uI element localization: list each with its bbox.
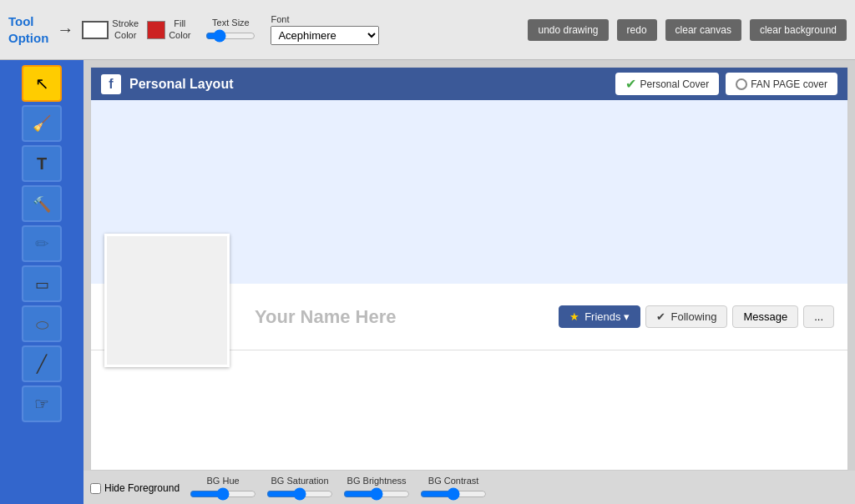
clear-background-button[interactable]: clear background — [750, 19, 847, 41]
fanpage-cover-label: FAN PAGE cover — [751, 78, 827, 90]
ellipse-tool-button[interactable] — [22, 305, 62, 342]
bg-hue-label: BG Hue — [206, 476, 239, 486]
fill-color-group: FillColor — [147, 18, 190, 40]
tool-option-arrow: → — [57, 20, 73, 39]
stroke-color-group: StrokeColor — [82, 18, 139, 40]
clear-canvas-button[interactable]: clear canvas — [665, 19, 741, 41]
profile-actions: ★ Friends ▾ ✔ Following Message ... — [559, 305, 834, 328]
cursor-icon — [35, 73, 49, 94]
pencil-icon — [35, 233, 49, 255]
friends-dropdown-icon: ▾ — [624, 310, 630, 323]
content-area: f Personal Layout ✔ Personal Cover FAN P… — [83, 60, 855, 504]
stroke-color-box[interactable] — [82, 21, 109, 39]
text-size-group: Text Size — [205, 18, 255, 43]
profile-photo-box — [104, 234, 230, 367]
hand-icon — [34, 393, 49, 415]
more-options-button[interactable]: ... — [803, 305, 834, 328]
profile-name-placeholder: Your Name Here — [255, 306, 397, 328]
hide-foreground-checkbox[interactable] — [90, 483, 101, 494]
personal-cover-check-icon: ✔ — [625, 76, 636, 92]
facebook-layout-panel: f Personal Layout ✔ Personal Cover FAN P… — [90, 67, 848, 471]
eraser-icon: 🧹 — [33, 114, 51, 133]
bg-hue-slider[interactable] — [190, 487, 256, 501]
eraser-tool-button[interactable]: 🧹 — [22, 105, 62, 142]
fanpage-radio-icon — [736, 78, 747, 90]
stroke-color-label: StrokeColor — [112, 18, 139, 40]
hand-tool-button[interactable] — [22, 386, 62, 422]
text-tool-button[interactable] — [22, 145, 62, 182]
rectangle-icon — [35, 273, 49, 295]
main-layout: 🧹 f — [0, 60, 855, 504]
bg-brightness-label: BG Brightness — [347, 476, 407, 486]
bg-brightness-slider[interactable] — [343, 487, 410, 501]
rectangle-tool-button[interactable] — [22, 265, 62, 302]
facebook-logo: f — [101, 74, 121, 94]
facebook-header: f Personal Layout ✔ Personal Cover FAN P… — [91, 68, 847, 100]
bg-contrast-group: BG Contrast — [420, 476, 487, 501]
text-icon — [37, 153, 47, 174]
star-icon: ★ — [569, 310, 579, 323]
fill-color-box[interactable] — [147, 21, 165, 39]
message-button[interactable]: Message — [732, 305, 798, 328]
facebook-profile-area: Your Name Here ★ Friends ▾ ✔ Following M… — [91, 284, 847, 350]
fill-color-label: FillColor — [169, 18, 190, 40]
font-label: Font — [271, 14, 289, 24]
undo-drawing-button[interactable]: undo drawing — [528, 19, 608, 41]
bg-contrast-label: BG Contrast — [428, 476, 479, 486]
bg-saturation-label: BG Saturation — [271, 476, 329, 486]
personal-cover-tab[interactable]: ✔ Personal Cover — [615, 73, 719, 95]
toolbar: Tool Option → StrokeColor FillColor Text… — [0, 0, 855, 60]
bg-saturation-group: BG Saturation — [266, 476, 333, 501]
bg-hue-group: BG Hue — [190, 476, 256, 501]
tool-option-label: Tool Option — [8, 13, 48, 45]
hide-foreground-label[interactable]: Hide Foreground — [90, 482, 180, 494]
text-size-label: Text Size — [212, 18, 250, 28]
bg-contrast-slider[interactable] — [420, 487, 487, 501]
bg-saturation-slider[interactable] — [266, 487, 333, 501]
text-size-slider[interactable] — [205, 29, 255, 43]
ellipse-icon — [36, 313, 48, 335]
cursor-tool-button[interactable] — [22, 65, 62, 102]
font-select[interactable]: Acephimere Arial Verdana — [271, 26, 379, 45]
line-icon — [37, 353, 47, 375]
bottom-controls: Hide Foreground BG Hue BG Saturation BG … — [83, 471, 855, 504]
fanpage-cover-tab[interactable]: FAN PAGE cover — [726, 73, 837, 95]
sidebar: 🧹 — [0, 60, 83, 504]
following-button[interactable]: ✔ Following — [645, 305, 727, 328]
bg-brightness-group: BG Brightness — [343, 476, 410, 501]
friends-button[interactable]: ★ Friends ▾ — [559, 305, 640, 328]
check-icon: ✔ — [656, 310, 665, 323]
layout-tab-group: ✔ Personal Cover FAN PAGE cover — [615, 73, 837, 95]
pencil-tool-button[interactable] — [22, 225, 62, 262]
line-tool-button[interactable] — [22, 345, 62, 382]
hammer-tool-button[interactable] — [22, 185, 62, 222]
font-group: Font Acephimere Arial Verdana — [271, 14, 379, 45]
personal-layout-title: Personal Layout — [129, 77, 607, 92]
personal-cover-label: Personal Cover — [640, 78, 709, 90]
hammer-icon — [33, 193, 51, 214]
redo-button[interactable]: redo — [617, 19, 657, 41]
